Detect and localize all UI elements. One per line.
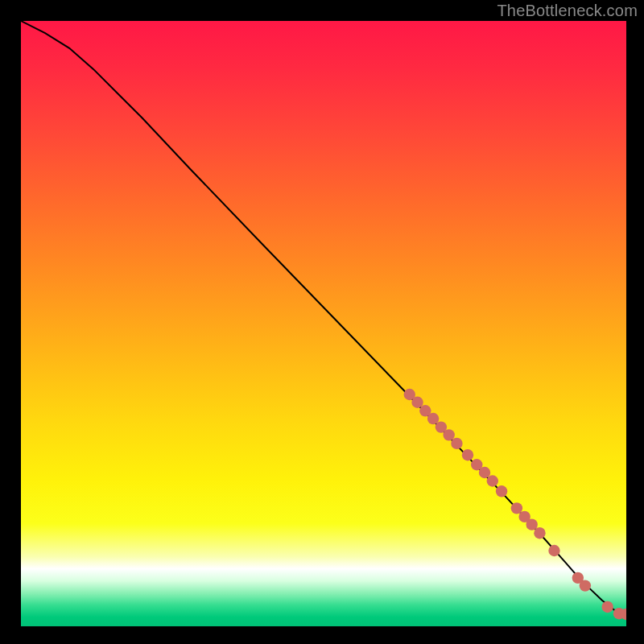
curve-marker — [548, 545, 559, 556]
curve-marker — [443, 429, 454, 440]
curve-marker — [511, 502, 522, 514]
curve-marker — [462, 449, 473, 460]
curve-marker — [526, 518, 537, 530]
curve-marker — [580, 580, 591, 591]
curve-marker — [411, 397, 423, 408]
curve-marker — [534, 527, 545, 539]
curve-marker — [479, 467, 490, 478]
plot-area — [21, 21, 626, 626]
plot-svg — [21, 21, 626, 626]
attribution-text: TheBottleneck.com — [497, 2, 638, 20]
curve-marker — [601, 601, 613, 613]
chart-stage: TheBottleneck.com — [0, 0, 644, 644]
curve-marker — [451, 438, 462, 449]
curve-marker — [427, 413, 439, 424]
curve-marker — [496, 485, 507, 497]
curve-marker — [487, 475, 498, 486]
